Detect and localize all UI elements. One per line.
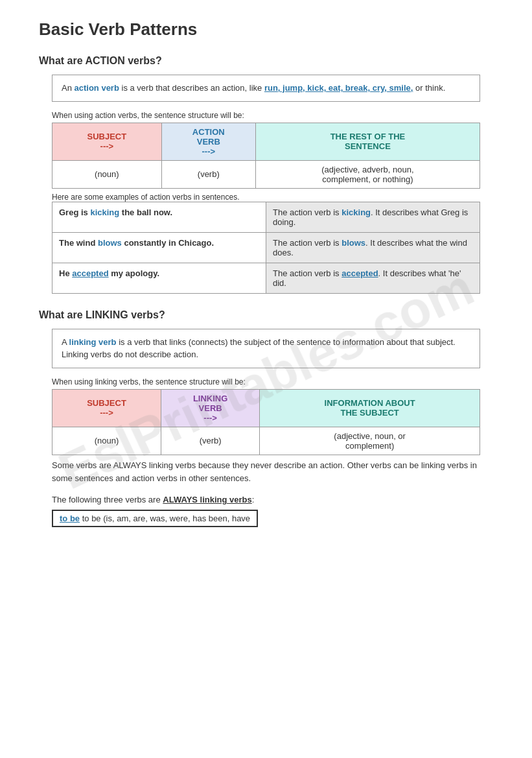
action-definition-box: An action verb is a verb that describes … bbox=[52, 75, 480, 102]
action-def-examples: run, jump, kick, eat, break, cry, smile, bbox=[264, 83, 413, 93]
action-def-term: action verb bbox=[75, 83, 119, 93]
linking-structure-label: When using linking verbs, the sentence s… bbox=[52, 377, 493, 386]
action-col1-header: SUBJECT---> bbox=[52, 123, 162, 160]
linking-def-after: is a verb that links (connects) the subj… bbox=[62, 337, 456, 360]
linking-def-term: linking verb bbox=[69, 337, 117, 347]
action-col1-body: (noun) bbox=[52, 160, 162, 188]
table-row: Greg is kicking the ball now. The action… bbox=[52, 202, 480, 232]
linking-always-bold: ALWAYS linking verbs bbox=[163, 495, 252, 504]
linking-always-text: Some verbs are ALWAYS linking verbs beca… bbox=[52, 459, 493, 486]
linking-col1-body: (noun) bbox=[52, 427, 161, 455]
table-row: He accepted my apology. The action verb … bbox=[52, 263, 480, 293]
example-2-explain: The action verb is blows. It describes w… bbox=[266, 232, 480, 263]
example-3-explain: The action verb is accepted. It describe… bbox=[266, 263, 480, 293]
linking-def-before: A bbox=[62, 337, 69, 347]
linking-col2-body: (verb) bbox=[161, 427, 259, 455]
linking-col3-header: INFORMATION ABOUTTHE SUBJECT bbox=[260, 389, 480, 427]
action-def-end: or think. bbox=[413, 83, 445, 93]
example-1-sentence: Greg is kicking the ball now. bbox=[52, 202, 266, 232]
table-row: The wind blows constantly in Chicago. Th… bbox=[52, 232, 480, 263]
linking-section: What are LINKING verbs? A linking verb i… bbox=[39, 309, 493, 528]
action-def-after: is a verb that describes an action, like bbox=[119, 83, 264, 93]
to-be-forms: to be (is, am, are, was, were, has been,… bbox=[82, 514, 250, 523]
to-be-term: to be bbox=[60, 514, 80, 523]
linking-following-span: The following three verbs are bbox=[52, 495, 163, 504]
linking-heading: What are LINKING verbs? bbox=[39, 309, 493, 321]
action-col3-body: (adjective, adverb, noun,complement, or … bbox=[255, 160, 480, 188]
linking-definition-box: A linking verb is a verb that links (con… bbox=[52, 329, 480, 368]
always-linking-box: to be to be (is, am, are, was, were, has… bbox=[52, 510, 258, 527]
linking-col1-header: SUBJECT---> bbox=[52, 389, 161, 427]
action-def-before: An bbox=[62, 83, 75, 93]
action-examples-label: Here are some examples of action verbs i… bbox=[52, 193, 493, 202]
linking-col2-header: LINKINGVERB---> bbox=[161, 389, 259, 427]
action-structure-label: When using action verbs, the sentence st… bbox=[52, 111, 493, 120]
action-examples-table: Greg is kicking the ball now. The action… bbox=[52, 202, 480, 294]
action-verb-table: SUBJECT---> ACTIONVERB---> THE REST OF T… bbox=[52, 123, 480, 189]
example-3-sentence: He accepted my apology. bbox=[52, 263, 266, 293]
action-heading: What are ACTION verbs? bbox=[39, 55, 493, 67]
action-col2-body: (verb) bbox=[161, 160, 255, 188]
linking-following-text: The following three verbs are ALWAYS lin… bbox=[52, 495, 493, 504]
example-2-sentence: The wind blows constantly in Chicago. bbox=[52, 232, 266, 263]
action-section: What are ACTION verbs? An action verb is… bbox=[39, 55, 493, 294]
action-col3-header: THE REST OF THESENTENCE bbox=[255, 123, 480, 160]
action-col2-header: ACTIONVERB---> bbox=[161, 123, 255, 160]
page-title: Basic Verb Patterns bbox=[39, 19, 493, 40]
example-1-explain: The action verb is kicking. It describes… bbox=[266, 202, 480, 232]
linking-col3-body: (adjective, noun, orcomplement) bbox=[260, 427, 480, 455]
linking-verb-table: SUBJECT---> LINKINGVERB---> INFORMATION … bbox=[52, 389, 480, 455]
